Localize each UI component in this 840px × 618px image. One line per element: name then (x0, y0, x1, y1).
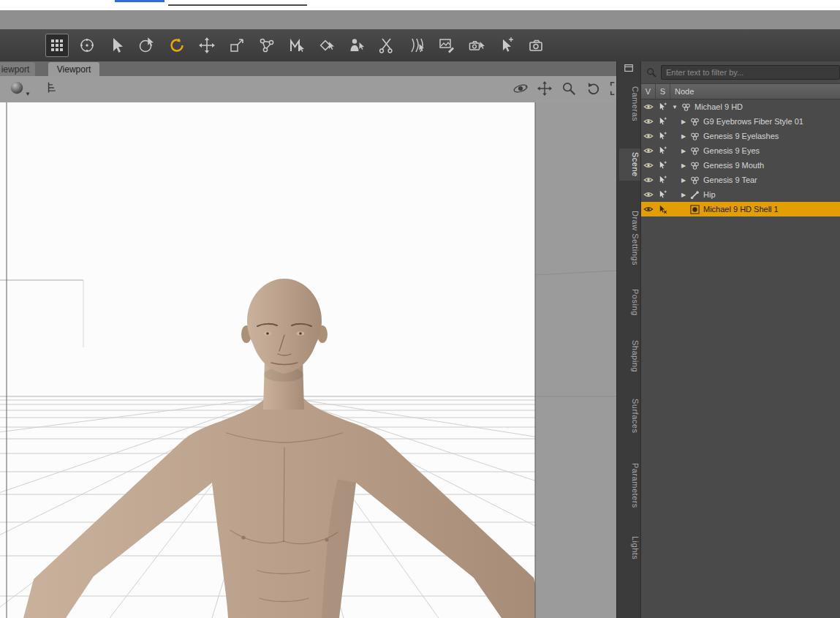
node-label: Genesis 9 Tear (703, 176, 757, 184)
column-header-node: Node (670, 84, 840, 99)
expander-expanded-icon[interactable]: ▼ (670, 104, 679, 110)
viewport-toolbar: ▼ (0, 76, 616, 102)
figure-setup-tool[interactable] (345, 34, 368, 57)
outline-list-icon[interactable] (45, 80, 61, 99)
geometry-editor-tool[interactable] (315, 34, 338, 57)
tab-viewport[interactable]: Viewport (48, 62, 99, 76)
group-icon (689, 116, 700, 127)
column-header-visibility: V (641, 84, 656, 99)
scene-filter-input[interactable] (661, 65, 840, 80)
tab-viewport-left[interactable]: iewport (0, 62, 35, 76)
expander-collapsed-icon[interactable]: ▶ (679, 148, 688, 154)
pointer-nav-tool[interactable] (495, 34, 518, 57)
search-icon (646, 67, 657, 78)
visibility-eye-icon[interactable] (641, 102, 655, 112)
side-tab-posing[interactable]: Posing (619, 285, 641, 320)
camera-cursor-tool[interactable] (465, 34, 488, 57)
image-editor-tool[interactable] (435, 34, 458, 57)
visibility-eye-icon[interactable] (641, 175, 655, 185)
node-label: Michael 9 HD (695, 102, 743, 111)
selectable-pointer-icon[interactable] (655, 189, 669, 200)
selectable-pointer-icon[interactable] (655, 131, 669, 141)
side-tab-cameras[interactable]: Cameras (619, 83, 641, 125)
scene-tree-row[interactable]: ▶G9 Eyebrows Fiber Style 01 (641, 114, 840, 129)
node-label: G9 Eyebrows Fiber Style 01 (703, 117, 803, 126)
group-icon (689, 160, 700, 171)
measure-tool[interactable] (285, 34, 309, 57)
expander-collapsed-icon[interactable]: ▶ (679, 133, 688, 140)
selectable-pointer-icon[interactable] (655, 204, 669, 214)
scene-panel: V S Node ▼Michael 9 HD▶G9 Eyebrows Fiber… (640, 61, 840, 618)
chevron-down-icon: ▼ (25, 91, 31, 97)
orbit-view-icon[interactable] (512, 80, 529, 99)
node-label: Genesis 9 Eyes (703, 146, 760, 155)
scene-tree-row[interactable]: ▶Genesis 9 Tear (641, 173, 840, 187)
scene-tree-row[interactable]: ▼Michael 9 HD (641, 99, 840, 114)
side-tab-parameters[interactable]: Parameters (619, 459, 641, 512)
scene-tree-row[interactable]: ▶Genesis 9 Eyes (641, 143, 840, 158)
visibility-eye-icon[interactable] (641, 146, 655, 156)
selectable-pointer-icon[interactable] (655, 175, 669, 185)
visibility-eye-icon[interactable] (641, 160, 655, 170)
main-toolbar (0, 29, 840, 61)
node-label: Genesis 9 Mouth (703, 161, 764, 170)
scene-tree: ▼Michael 9 HD▶G9 Eyebrows Fiber Style 01… (641, 99, 840, 216)
selectable-pointer-icon[interactable] (655, 116, 669, 127)
region-select-tool[interactable] (135, 34, 159, 57)
selectable-pointer-icon[interactable] (655, 160, 669, 170)
menu-accent-bar (115, 0, 164, 2)
drawstyle-sphere-dropdown[interactable]: ▼ (9, 80, 31, 99)
bone-icon (689, 189, 700, 200)
expander-collapsed-icon[interactable]: ▶ (679, 162, 688, 169)
translate-tool[interactable] (195, 34, 219, 57)
scene-tree-header: V S Node (641, 83, 840, 99)
scene-tree-row[interactable]: ▶Hip (641, 187, 840, 202)
group-icon (689, 146, 700, 157)
scene-tree-row[interactable]: Michael 9 HD Shell 1 (641, 202, 840, 216)
scene-filter-row (641, 61, 840, 83)
hair-strand-tool[interactable] (405, 34, 428, 57)
viewport-right-controls (512, 80, 625, 99)
pane-options-icon[interactable] (623, 63, 635, 73)
group-icon (689, 175, 700, 186)
expander-collapsed-icon[interactable]: ▶ (679, 118, 688, 125)
cut-tool[interactable] (375, 34, 398, 57)
group-icon (689, 131, 700, 142)
scale-tool[interactable] (225, 34, 249, 57)
pan-view-icon[interactable] (537, 80, 553, 99)
expander-collapsed-icon[interactable]: ▶ (679, 192, 688, 198)
side-tab-shaping[interactable]: Shaping (619, 336, 641, 376)
scene-3d-render (0, 102, 616, 618)
side-tab-lights[interactable]: Lights (619, 532, 641, 563)
scene-tree-row[interactable]: ▶Genesis 9 Mouth (641, 158, 840, 173)
selectable-pointer-icon[interactable] (655, 102, 669, 112)
node-selection-tool[interactable] (105, 34, 129, 57)
side-tab-draw-settings[interactable]: Draw Settings (619, 207, 641, 269)
rotate-tool[interactable] (165, 34, 189, 57)
shell-icon (689, 204, 700, 215)
visibility-eye-icon[interactable] (641, 116, 655, 127)
column-header-selectable: S (656, 84, 670, 99)
joint-editor-tool[interactable] (255, 34, 279, 57)
expander-collapsed-icon[interactable]: ▶ (679, 177, 688, 184)
zoom-view-icon[interactable] (561, 80, 577, 99)
side-tab-scene[interactable]: Scene (619, 148, 641, 181)
visibility-eye-icon[interactable] (641, 131, 655, 141)
node-label: Michael 9 HD Shell 1 (703, 205, 779, 214)
scene-tree-row[interactable]: ▶Genesis 9 Eyelashes (641, 129, 840, 143)
universal-manipulator-tool[interactable] (75, 34, 99, 57)
viewport-left-controls: ▼ (9, 80, 61, 99)
side-tab-strip: CamerasSceneDraw SettingsPosingShapingSu… (616, 61, 640, 618)
viewport: ▼ (0, 76, 616, 618)
selectable-pointer-icon[interactable] (655, 146, 669, 156)
rotate-view-icon[interactable] (585, 80, 601, 99)
side-tab-surfaces[interactable]: Surfaces (619, 395, 641, 437)
title-band (0, 10, 840, 29)
menu-divider-line (168, 4, 307, 6)
camera-tool[interactable] (525, 34, 548, 57)
visibility-eye-icon[interactable] (641, 204, 655, 214)
visibility-eye-icon[interactable] (641, 189, 655, 200)
grid-snap-tool[interactable] (45, 34, 69, 57)
viewport-canvas[interactable] (0, 102, 616, 618)
menu-strip (0, 0, 840, 10)
